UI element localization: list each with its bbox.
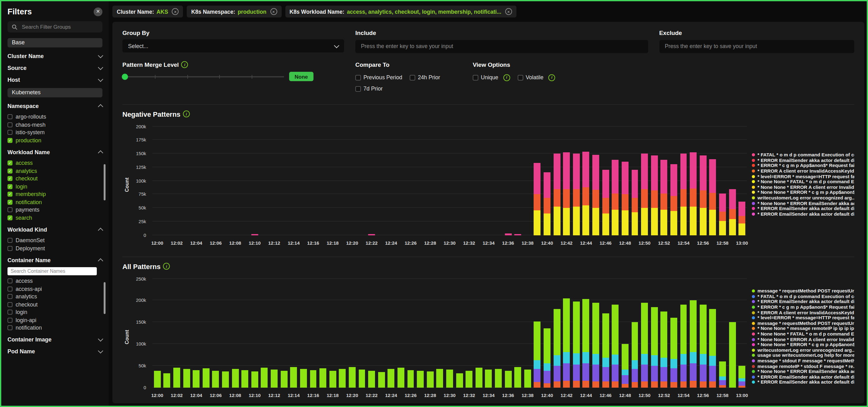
checkbox-unchecked[interactable]: [355, 86, 361, 91]
bar-12:26[interactable]: [407, 279, 414, 387]
legend-item[interactable]: * ERROR * c g m p App$anon$* Request fai…: [752, 163, 854, 168]
bar-12:56[interactable]: [700, 279, 707, 387]
bar-12:24[interactable]: [388, 279, 395, 387]
bar-12:41[interactable]: [553, 279, 560, 387]
bar-13:00[interactable]: [738, 279, 745, 387]
sidebar-group-header-container-name[interactable]: Container Name: [7, 255, 102, 265]
bar-12:47[interactable]: [612, 126, 619, 235]
checkbox-checked[interactable]: ✓: [7, 168, 12, 174]
legend-item[interactable]: usage use writecustomerLog help for more…: [752, 353, 854, 358]
checkbox-checked[interactable]: ✓: [7, 192, 12, 197]
checkbox-unchecked[interactable]: [7, 279, 12, 284]
checkbox-unchecked[interactable]: [518, 74, 523, 80]
bar-12:39[interactable]: [534, 126, 541, 235]
legend-item[interactable]: * ERROR EmailSender akka actor default d…: [752, 211, 854, 217]
bar-12:29[interactable]: [436, 279, 443, 387]
bar-12:48[interactable]: [622, 279, 628, 387]
bar-12:44[interactable]: [583, 279, 589, 387]
bar-12:12[interactable]: [271, 279, 278, 387]
checkbox-unchecked[interactable]: [7, 208, 12, 213]
bar-12:52[interactable]: [661, 279, 668, 387]
bar-12:40[interactable]: [544, 126, 551, 235]
bar-12:49[interactable]: [631, 279, 638, 387]
bar-12:51[interactable]: [651, 126, 658, 235]
filter-option-notification[interactable]: ✓notification: [7, 198, 102, 206]
compare-option-previous-period[interactable]: Previous Period: [355, 72, 402, 83]
bar-12:54[interactable]: [680, 126, 687, 235]
sidebar-group-header-source[interactable]: Source: [7, 63, 102, 72]
include-input[interactable]: [355, 40, 648, 53]
legend-item[interactable]: * ERROR EmailSender akka actor default d…: [752, 380, 854, 385]
bar-12:11[interactable]: [261, 279, 268, 387]
filter-option-istio-system[interactable]: istio-system: [7, 129, 102, 136]
bar-12:59[interactable]: [729, 126, 736, 235]
bar-12:17[interactable]: [319, 279, 326, 387]
sidebar-group-header-pod-name[interactable]: Pod Name: [7, 347, 102, 356]
bar-12:36[interactable]: [504, 279, 512, 387]
bar-12:32[interactable]: [466, 279, 472, 387]
bar-12:33[interactable]: [475, 279, 483, 387]
legend-item[interactable]: * None None * FATAL * o m d p command E.…: [752, 332, 854, 337]
bar-12:57[interactable]: [709, 126, 716, 235]
sidebar-group-kubernetes[interactable]: Kubernetes: [7, 88, 102, 97]
legend-item[interactable]: message * stdout F message * requestMeth…: [752, 358, 854, 364]
bar-12:08[interactable]: [232, 279, 239, 387]
bar-12:47[interactable]: [612, 279, 619, 387]
sidebar-group-header-host[interactable]: Host: [7, 75, 102, 84]
bar-12:21[interactable]: [359, 279, 365, 387]
bar-12:37[interactable]: [515, 279, 521, 387]
bar-12:06[interactable]: [212, 279, 219, 387]
bar-12:13[interactable]: [280, 279, 287, 387]
bar-12:40[interactable]: [544, 279, 551, 387]
bar-12:45[interactable]: [592, 126, 599, 235]
bar-12:44[interactable]: [583, 126, 589, 235]
legend-item[interactable]: * None None * ERROR EmailSender akka ac.…: [752, 369, 854, 374]
filter-option-access[interactable]: ✓access: [7, 159, 102, 167]
legend-item[interactable]: * None None * ERROR * c g m p App$anon$.…: [752, 342, 854, 347]
checkbox-unchecked[interactable]: [473, 74, 478, 80]
filter-option-analytics[interactable]: analytics: [7, 293, 102, 301]
bar-12:22[interactable]: [368, 279, 375, 387]
bar-12:01[interactable]: [164, 279, 170, 387]
filter-option-deployment[interactable]: Deployment: [7, 244, 102, 252]
slider-knob[interactable]: [122, 73, 128, 80]
legend-item[interactable]: * None None * ERROR A client error Inval…: [752, 184, 854, 190]
bar-12:09[interactable]: [242, 279, 249, 387]
bar-12:18[interactable]: [330, 279, 336, 387]
bar-12:05[interactable]: [203, 279, 210, 387]
legend-item[interactable]: * FATAL * o m d p command Execution of c…: [752, 152, 854, 158]
bar-12:34[interactable]: [485, 279, 492, 387]
bar-12:35[interactable]: [495, 279, 502, 387]
filter-option-login[interactable]: ✓login: [7, 183, 102, 190]
bar-12:46[interactable]: [602, 126, 609, 235]
bar-12:15[interactable]: [300, 279, 307, 387]
legend-item[interactable]: * None None * FATAL * o m d p command E.…: [752, 179, 854, 184]
legend-item[interactable]: message * requestMethod POST requestUr..…: [752, 320, 854, 326]
bar-12:28[interactable]: [427, 279, 434, 387]
legend-item[interactable]: * FATAL * o m d p command Execution of c…: [752, 294, 854, 299]
sidebar-group-header-workload-name[interactable]: Workload Name: [7, 147, 102, 157]
filter-option-checkout[interactable]: checkout: [7, 301, 102, 308]
checkbox-unchecked[interactable]: [355, 74, 361, 80]
checkbox-unchecked[interactable]: [7, 302, 12, 307]
compare-option-7d-prior[interactable]: 7d Prior: [355, 84, 383, 94]
close-icon[interactable]: ✕: [94, 7, 102, 16]
filter-option-analytics[interactable]: ✓analytics: [7, 167, 102, 175]
bar-12:25[interactable]: [398, 279, 404, 387]
legend-item[interactable]: * ERROR * c g m p App$anon$* Request fai…: [752, 305, 854, 310]
bar-12:03[interactable]: [183, 279, 190, 387]
bar-12:04[interactable]: [193, 279, 200, 387]
filter-option-argo-rollouts[interactable]: argo-rollouts: [7, 113, 102, 121]
filter-option-daemonset[interactable]: DaemonSet: [7, 237, 102, 244]
bar-12:43[interactable]: [573, 126, 580, 235]
filter-option-access[interactable]: access: [7, 277, 102, 285]
legend-item[interactable]: * None None * ERROR * c g m p App$anon$.…: [752, 190, 854, 195]
bar-12:53[interactable]: [670, 126, 677, 235]
legend-item[interactable]: * None None * message remoteIP ip ip ip …: [752, 326, 854, 332]
bar-12:16[interactable]: [310, 279, 317, 387]
bar-12:59[interactable]: [729, 279, 736, 387]
checkbox-unchecked[interactable]: [7, 130, 12, 135]
bar-12:07[interactable]: [222, 279, 229, 387]
bar-12:57[interactable]: [709, 279, 716, 387]
bar-12:39[interactable]: [534, 279, 541, 387]
